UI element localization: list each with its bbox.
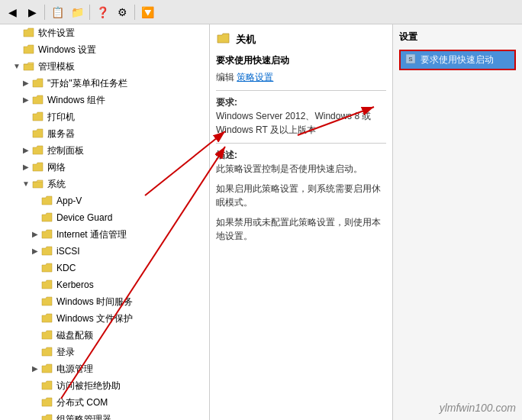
- tree-label-software: 软件设置: [38, 27, 75, 40]
- svg-text:S: S: [408, 56, 412, 63]
- tree-label-system: 系统: [47, 178, 66, 191]
- content-folder-icon: [216, 31, 231, 48]
- tree-label-iscsi: iSCSI: [56, 246, 80, 257]
- settings-item-label: 要求使用快速启动: [420, 53, 494, 66]
- tree-label-windows-settings: Windows 设置: [38, 44, 96, 57]
- require-section: 要求: Windows Server 2012、Windows 8 或 Wind…: [216, 95, 386, 137]
- tree-item-software[interactable]: 软件设置: [0, 24, 209, 41]
- tree-item-system[interactable]: ▼ 系统: [0, 176, 209, 192]
- tree-item-network[interactable]: ▶ 网络: [0, 159, 209, 176]
- filter-button[interactable]: 🔽: [138, 3, 156, 21]
- watermark: ylmfwin100.com: [440, 402, 516, 414]
- folder-icon-windows-file-protect: [41, 312, 53, 325]
- folder-button[interactable]: 📁: [68, 3, 86, 21]
- folder-icon-login: [41, 346, 53, 358]
- expander-kerberos: [31, 280, 40, 289]
- content-panel: 关机 要求使用快速启动 编辑 策略设置 要求: Windows Server 2…: [210, 24, 393, 420]
- folder-icon-server: [32, 128, 44, 140]
- tree-item-group-policy-mgr[interactable]: 组策略管理器: [0, 411, 209, 420]
- tree-item-device-guard[interactable]: Device Guard: [0, 209, 209, 226]
- desc-section: 描述: 此策略设置控制是否使用快速启动。: [216, 148, 386, 176]
- settings-panel: 设置 S 要求使用快速启动: [393, 24, 522, 420]
- folder-icon-network: [32, 161, 44, 173]
- expander-windows-time: [31, 297, 40, 306]
- tree-item-access-denied[interactable]: 访问被拒绝协助: [0, 377, 209, 394]
- tree-label-server: 服务器: [47, 128, 75, 141]
- folder-icon-access-denied: [41, 380, 53, 392]
- tree-label-control-panel: 控制面板: [47, 144, 84, 157]
- tree-label-windows-file-protect: Windows 文件保护: [56, 312, 133, 325]
- tree-item-windows-settings[interactable]: Windows 设置: [0, 41, 209, 58]
- tree-label-guanli: 管理模板: [38, 60, 75, 73]
- expander-power-mgmt: ▶: [31, 364, 40, 373]
- folder-icon-kdc: [41, 262, 53, 274]
- settings-button[interactable]: ⚙: [113, 3, 131, 21]
- expander-network: ▶: [21, 163, 31, 172]
- tree-label-app-v: App-V: [56, 195, 82, 206]
- tree-label-login: 登录: [56, 346, 75, 359]
- tree-label-network: 网络: [47, 161, 66, 174]
- tree-label-windows-time: Windows 时间服务: [56, 296, 133, 309]
- tree-label-distributed-com: 分布式 COM: [56, 396, 108, 409]
- expander-app-v: [31, 196, 40, 205]
- tree-item-internet-comm[interactable]: ▶ Internet 通信管理: [0, 226, 209, 243]
- folder-icon-start-menu: [32, 77, 44, 89]
- tree-item-windows-components[interactable]: ▶ Windows 组件: [0, 92, 209, 108]
- folder-icon-distributed-com: [41, 396, 53, 409]
- folder-icon-device-guard: [41, 212, 53, 224]
- desc-title: 描述:: [216, 150, 237, 160]
- content-title: 关机: [236, 33, 256, 47]
- tree-item-printer[interactable]: 打印机: [0, 108, 209, 125]
- tree-item-server[interactable]: 服务器: [0, 125, 209, 142]
- settings-item-fast-startup[interactable]: S 要求使用快速启动: [399, 50, 516, 70]
- panel-header: 关机: [216, 31, 386, 48]
- tree-item-windows-file-protect[interactable]: Windows 文件保护: [0, 310, 209, 327]
- tree-item-app-v[interactable]: App-V: [0, 192, 209, 209]
- expander-guanli: ▼: [12, 62, 21, 71]
- tree-item-windows-time[interactable]: Windows 时间服务: [0, 293, 209, 310]
- tree-label-start-menu: "开始"菜单和任务栏: [47, 77, 127, 90]
- tree-item-disk-quota[interactable]: 磁盘配额: [0, 327, 209, 344]
- folder-icon-guanli: [23, 60, 35, 73]
- tree-item-kerberos[interactable]: Kerberos: [0, 276, 209, 293]
- tree-item-guanli[interactable]: ▼ 管理模板: [0, 58, 209, 75]
- expander-iscsi: ▶: [31, 247, 40, 256]
- expander-start-menu: ▶: [21, 79, 31, 88]
- tree-label-kdc: KDC: [56, 263, 76, 273]
- tree-panel: 软件设置 Windows 设置 ▼ 管理模板 ▶ "开始"菜单和任务栏 ▶: [0, 24, 210, 420]
- folder-icon-system: [32, 178, 44, 190]
- tree-item-start-menu[interactable]: ▶ "开始"菜单和任务栏: [0, 75, 209, 92]
- expander-kdc: [31, 263, 40, 273]
- settings-header: 设置: [399, 31, 516, 44]
- expander-windows-components: ▶: [21, 95, 31, 105]
- tree-label-access-denied: 访问被拒绝协助: [56, 380, 121, 393]
- help-button[interactable]: ❓: [93, 3, 111, 21]
- tree-item-kdc[interactable]: KDC: [0, 260, 209, 276]
- settings-item-icon: S: [405, 53, 416, 66]
- forward-button[interactable]: ▶: [23, 3, 41, 21]
- expander-group-policy-mgr: [31, 415, 40, 420]
- expander-internet-comm: ▶: [31, 230, 40, 239]
- back-button[interactable]: ◀: [3, 3, 21, 21]
- tree-item-distributed-com[interactable]: 分布式 COM: [0, 394, 209, 411]
- tree-item-control-panel[interactable]: ▶ 控制面板: [0, 142, 209, 159]
- tree-label-device-guard: Device Guard: [56, 212, 112, 223]
- separator-1: [44, 5, 45, 20]
- expander-windows-file-protect: [31, 314, 40, 323]
- policy-link[interactable]: 策略设置: [237, 72, 273, 82]
- tree-item-power-mgmt[interactable]: ▶ 电源管理: [0, 360, 209, 377]
- expander-windows-settings: [12, 45, 21, 54]
- if-enabled-text: 如果启用此策略设置，则系统需要启用休眠模式。: [216, 182, 386, 209]
- expander-control-panel: ▶: [21, 146, 31, 155]
- separator-2: [89, 5, 90, 20]
- tree-label-disk-quota: 磁盘配额: [56, 329, 93, 342]
- if-disabled-text: 如果禁用或未配置此策略设置，则使用本地设置。: [216, 215, 386, 243]
- tree-item-iscsi[interactable]: ▶ iSCSI: [0, 243, 209, 260]
- tree-item-login[interactable]: 登录: [0, 344, 209, 360]
- expander-login: [31, 347, 40, 357]
- expander-distributed-com: [31, 398, 40, 407]
- copy-button[interactable]: 📋: [48, 3, 66, 21]
- folder-icon-windows-time: [41, 296, 53, 308]
- require-title: 要求:: [216, 97, 237, 108]
- folder-icon-iscsi: [41, 245, 53, 257]
